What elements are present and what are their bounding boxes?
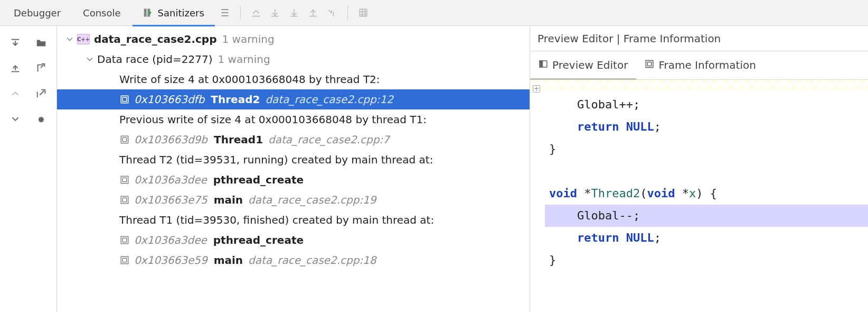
frame-tab-label: Frame Information [658, 59, 756, 71]
frame-icon [119, 235, 130, 245]
file-name: data_race_case2.cpp [94, 33, 216, 45]
frame-function: pthread_create [213, 173, 304, 186]
preview-header: Preview Editor | Frame Information [530, 26, 868, 51]
tab-console[interactable]: Console [72, 0, 131, 26]
folded-region-marker [530, 80, 868, 89]
preview-tab-preview-editor[interactable]: Preview Editor [530, 51, 636, 79]
frame-location: data_race_case2.cpp:7 [268, 133, 390, 146]
tab-sanitizers[interactable]: Sanitizers [133, 0, 215, 26]
frame-icon [119, 255, 130, 265]
frame-address: 0x1036a3dee [134, 173, 207, 186]
tree-frame-row[interactable]: 0x1036a3deepthread_create [57, 230, 530, 250]
frame-icon [119, 95, 130, 104]
code-line [545, 160, 868, 182]
code-line: return NULL; [545, 116, 868, 138]
nav-down-icon[interactable] [3, 107, 27, 131]
expand-fold-icon[interactable]: + [533, 85, 540, 93]
frame-function: Thread1 [214, 133, 263, 146]
section-text: Write of size 4 at 0x000103668048 by thr… [119, 73, 380, 86]
frame-location: data_race_case2.cpp:12 [265, 93, 393, 106]
code-line: } [545, 138, 868, 160]
svg-rect-30 [122, 198, 127, 202]
preview-tab-label: Preview Editor [552, 59, 628, 71]
upload-icon [304, 4, 322, 22]
race-warning-suffix: 1 warning [218, 53, 270, 66]
tab-sanitizers-label: Sanitizers [158, 7, 204, 19]
svg-rect-33 [121, 256, 128, 264]
frame-icon [645, 59, 654, 71]
svg-rect-32 [122, 238, 127, 242]
collapse-up-icon[interactable] [3, 57, 27, 80]
top-tab-bar: Debugger Console Sanitizers [0, 0, 868, 26]
nav-up-icon [3, 82, 27, 105]
frame-address: 0x103663e75 [134, 194, 207, 206]
preview-panel: Preview Editor | Frame Information Previ… [530, 26, 868, 312]
frame-address: 0x1036a3dee [134, 234, 207, 246]
svg-rect-37 [646, 60, 654, 68]
frame-function: main [214, 194, 243, 206]
folder-icon[interactable] [30, 31, 54, 54]
frame-icon [119, 195, 130, 205]
section-text: Thread T1 (tid=39530, finished) created … [119, 214, 434, 226]
grid-icon [354, 4, 372, 22]
download2-icon [285, 4, 303, 22]
tree-frame-row[interactable]: 0x103663d9bThread1data_race_case2.cpp:7 [57, 130, 530, 150]
frame-address: 0x103663e59 [134, 254, 207, 267]
tree-section-header[interactable]: Previous write of size 4 at 0x0001036680… [57, 109, 530, 130]
preview-editor[interactable]: + Global++; return NULL;} void *Thread2(… [530, 80, 868, 312]
toolbar-separator [240, 6, 241, 20]
tree-frame-row[interactable]: 0x103663e75maindata_race_case2.cpp:19 [57, 190, 530, 210]
tree-race-row[interactable]: Data race (pid=2277) 1 warning [57, 49, 530, 69]
frame-icon [119, 135, 130, 144]
svg-rect-0 [144, 9, 146, 17]
chevron-down-icon[interactable] [64, 34, 75, 44]
layout-toggle-icon[interactable] [216, 4, 234, 22]
svg-rect-34 [122, 258, 127, 262]
svg-rect-29 [121, 196, 128, 204]
tree-file-row[interactable]: C++ data_race_case2.cpp 1 warning [57, 29, 530, 49]
frame-location: data_race_case2.cpp:19 [248, 194, 376, 206]
code-line: Global--; [545, 205, 868, 227]
frame-location: data_race_case2.cpp:18 [248, 254, 376, 267]
preview-tab-bar: Preview Editor Frame Information [530, 51, 868, 80]
export-icon[interactable] [30, 57, 54, 80]
svg-rect-28 [122, 178, 127, 182]
code-line: Global++; [545, 94, 868, 116]
section-text: Previous write of size 4 at 0x0001036680… [119, 113, 427, 126]
main-split: C++ data_race_case2.cpp 1 warning Data r… [0, 26, 868, 312]
cursor-down-icon [323, 4, 341, 22]
settings-icon[interactable] [30, 107, 54, 131]
tree-frame-row[interactable]: 0x1036a3deepthread_create [57, 170, 530, 190]
svg-rect-24 [122, 97, 127, 102]
sanitizers-icon [143, 7, 154, 18]
code-line: } [545, 249, 868, 271]
svg-rect-14 [360, 9, 366, 16]
tree-frame-row[interactable]: 0x103663dfbThread2data_race_case2.cpp:12 [57, 89, 530, 109]
frame-function: pthread_create [213, 234, 304, 246]
code-line: return NULL; [545, 227, 868, 249]
chevron-down-icon[interactable] [84, 54, 95, 65]
panel-icon [539, 59, 548, 71]
tree-section-header[interactable]: Thread T2 (tid=39531, running) created b… [57, 150, 530, 170]
tab-debugger[interactable]: Debugger [3, 0, 71, 26]
open-external-icon[interactable] [30, 82, 54, 105]
tree-frame-row[interactable]: 0x103663e59maindata_race_case2.cpp:18 [57, 250, 530, 270]
download-icon [266, 4, 284, 22]
collapse-down-icon[interactable] [3, 31, 27, 54]
preview-tab-frame-info[interactable]: Frame Information [636, 51, 764, 79]
frame-function: Thread2 [211, 93, 260, 106]
svg-rect-38 [648, 62, 652, 66]
file-warning-suffix: 1 warning [222, 33, 274, 45]
tree-section-header[interactable]: Thread T1 (tid=39530, finished) created … [57, 210, 530, 230]
svg-rect-25 [121, 136, 128, 143]
race-title: Data race (pid=2277) [97, 53, 212, 66]
tree-section-header[interactable]: Write of size 4 at 0x000103668048 by thr… [57, 69, 530, 89]
issues-tree[interactable]: C++ data_race_case2.cpp 1 warning Data r… [57, 26, 530, 312]
svg-rect-31 [121, 236, 128, 244]
cpp-file-icon: C++ [77, 34, 90, 44]
frame-icon [119, 175, 130, 185]
code-line: void *Thread2(void *x) { [545, 182, 868, 205]
section-text: Thread T2 (tid=39531, running) created b… [119, 153, 433, 166]
left-rail [0, 26, 57, 312]
toolbar-separator [347, 6, 348, 20]
